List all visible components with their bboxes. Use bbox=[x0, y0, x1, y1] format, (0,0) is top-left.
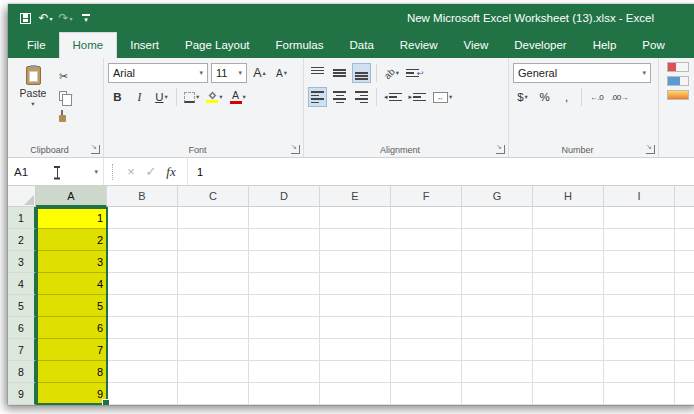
row-header-1[interactable]: 1 bbox=[8, 207, 36, 229]
insert-function-button[interactable]: fx bbox=[161, 158, 181, 185]
cell-overflow-1[interactable] bbox=[675, 207, 694, 229]
cell-H6[interactable] bbox=[533, 317, 604, 339]
cell-A2[interactable]: 2 bbox=[36, 229, 107, 251]
font-dialog-launcher-icon[interactable] bbox=[291, 145, 300, 154]
column-header-h[interactable]: H bbox=[533, 186, 604, 207]
row-header-8[interactable]: 8 bbox=[8, 361, 36, 383]
cell-C8[interactable] bbox=[178, 361, 249, 383]
tab-data[interactable]: Data bbox=[337, 32, 387, 58]
column-header-g[interactable]: G bbox=[462, 186, 533, 207]
decrease-decimal-button[interactable]: .00→ bbox=[609, 87, 630, 107]
cell-overflow-3[interactable] bbox=[675, 251, 694, 273]
column-header-a[interactable]: A bbox=[36, 186, 107, 207]
font-size-combo[interactable]: 11 ▾ bbox=[211, 63, 247, 83]
cell-G3[interactable] bbox=[462, 251, 533, 273]
row-header-5[interactable]: 5 bbox=[8, 295, 36, 317]
number-dialog-launcher-icon[interactable] bbox=[646, 145, 655, 154]
cell-B3[interactable] bbox=[107, 251, 178, 273]
cell-I2[interactable] bbox=[604, 229, 675, 251]
cell-E2[interactable] bbox=[320, 229, 391, 251]
cell-C3[interactable] bbox=[178, 251, 249, 273]
cell-H8[interactable] bbox=[533, 361, 604, 383]
tab-file[interactable]: File bbox=[14, 32, 59, 58]
paste-button[interactable]: Paste ▾ bbox=[12, 62, 54, 142]
cell-I4[interactable] bbox=[604, 273, 675, 295]
fill-color-button[interactable]: ▾ bbox=[204, 87, 224, 107]
cell-overflow-9[interactable] bbox=[675, 383, 694, 405]
cell-E9[interactable] bbox=[320, 383, 391, 405]
cell-overflow-8[interactable] bbox=[675, 361, 694, 383]
cell-A8[interactable]: 8 bbox=[36, 361, 107, 383]
cell-H5[interactable] bbox=[533, 295, 604, 317]
cell-I9[interactable] bbox=[604, 383, 675, 405]
cell-F7[interactable] bbox=[391, 339, 462, 361]
cell-H2[interactable] bbox=[533, 229, 604, 251]
cell-overflow-2[interactable] bbox=[675, 229, 694, 251]
cell-F6[interactable] bbox=[391, 317, 462, 339]
cell-B5[interactable] bbox=[107, 295, 178, 317]
formula-bar-handle[interactable] bbox=[112, 164, 113, 180]
row-header-7[interactable]: 7 bbox=[8, 339, 36, 361]
cancel-button[interactable]: × bbox=[121, 158, 141, 185]
cell-H3[interactable] bbox=[533, 251, 604, 273]
increase-indent-button[interactable]: ▸ bbox=[407, 87, 429, 107]
row-header-2[interactable]: 2 bbox=[8, 229, 36, 251]
redo-button[interactable]: ↷▾ bbox=[56, 8, 75, 28]
cell-D3[interactable] bbox=[249, 251, 320, 273]
wrap-text-button[interactable]: ↩ bbox=[404, 63, 426, 83]
cell-E6[interactable] bbox=[320, 317, 391, 339]
copy-button[interactable]: ▾ bbox=[56, 87, 75, 105]
tab-pow[interactable]: Pow bbox=[629, 32, 677, 58]
enter-button[interactable]: ✓ bbox=[141, 158, 161, 185]
column-header-i[interactable]: I bbox=[604, 186, 675, 207]
cell-G6[interactable] bbox=[462, 317, 533, 339]
cell-F1[interactable] bbox=[391, 207, 462, 229]
cell-C7[interactable] bbox=[178, 339, 249, 361]
cell-C2[interactable] bbox=[178, 229, 249, 251]
cell-G8[interactable] bbox=[462, 361, 533, 383]
cell-A6[interactable]: 6 bbox=[36, 317, 107, 339]
cell-G7[interactable] bbox=[462, 339, 533, 361]
cell-E8[interactable] bbox=[320, 361, 391, 383]
cell-I5[interactable] bbox=[604, 295, 675, 317]
bold-button[interactable]: B bbox=[108, 87, 127, 107]
column-header-e[interactable]: E bbox=[320, 186, 391, 207]
column-header-d[interactable]: D bbox=[249, 186, 320, 207]
cell-F4[interactable] bbox=[391, 273, 462, 295]
bottom-align-button[interactable] bbox=[352, 63, 371, 83]
cell-A4[interactable]: 4 bbox=[36, 273, 107, 295]
cell-I1[interactable] bbox=[604, 207, 675, 229]
column-header-b[interactable]: B bbox=[107, 186, 178, 207]
tab-help[interactable]: Help bbox=[580, 32, 630, 58]
percent-style-button[interactable]: % bbox=[535, 87, 554, 107]
cell-F9[interactable] bbox=[391, 383, 462, 405]
increase-decimal-button[interactable]: ←.0 bbox=[587, 87, 606, 107]
row-header-9[interactable]: 9 bbox=[8, 383, 36, 405]
cell-E7[interactable] bbox=[320, 339, 391, 361]
cell-E5[interactable] bbox=[320, 295, 391, 317]
cell-I7[interactable] bbox=[604, 339, 675, 361]
middle-align-button[interactable] bbox=[330, 63, 349, 83]
format-as-table-icon[interactable] bbox=[667, 76, 689, 86]
increase-font-size-button[interactable]: A▴ bbox=[250, 63, 269, 83]
format-painter-button[interactable] bbox=[56, 107, 75, 125]
decrease-indent-button[interactable]: ◂ bbox=[382, 87, 404, 107]
cell-C6[interactable] bbox=[178, 317, 249, 339]
save-button[interactable] bbox=[16, 8, 35, 28]
cell-G2[interactable] bbox=[462, 229, 533, 251]
cell-A1[interactable]: 1 bbox=[36, 207, 107, 229]
cell-D1[interactable] bbox=[249, 207, 320, 229]
cell-A9[interactable]: 9 bbox=[36, 383, 107, 405]
undo-button[interactable]: ↶▾ bbox=[36, 8, 55, 28]
font-color-button[interactable]: A ▾ bbox=[228, 87, 248, 107]
cell-overflow-6[interactable] bbox=[675, 317, 694, 339]
row-header-4[interactable]: 4 bbox=[8, 273, 36, 295]
cell-A5[interactable]: 5 bbox=[36, 295, 107, 317]
cell-I6[interactable] bbox=[604, 317, 675, 339]
cell-F3[interactable] bbox=[391, 251, 462, 273]
cell-B7[interactable] bbox=[107, 339, 178, 361]
accounting-format-button[interactable]: $▾ bbox=[513, 87, 532, 107]
underline-button[interactable]: U▾ bbox=[152, 87, 171, 107]
tab-formulas[interactable]: Formulas bbox=[263, 32, 337, 58]
clipboard-dialog-launcher-icon[interactable] bbox=[91, 145, 100, 154]
